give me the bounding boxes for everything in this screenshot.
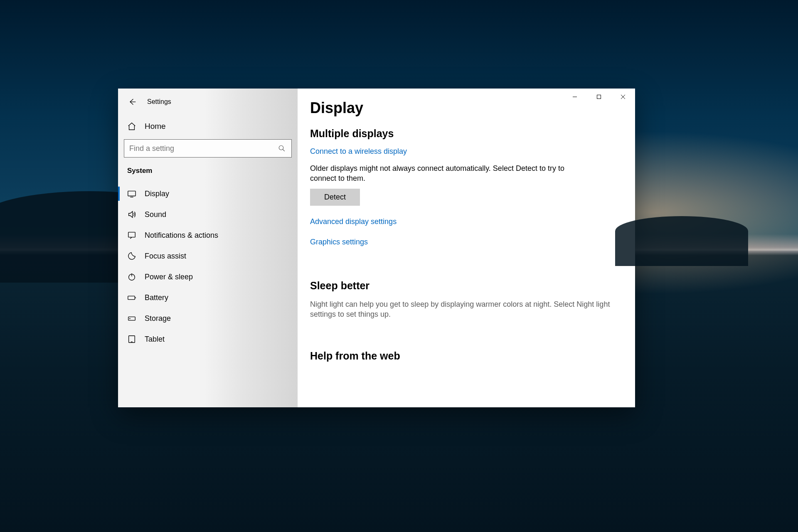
link-graphics-settings[interactable]: Graphics settings: [310, 238, 368, 246]
sidebar-nav: Display Sound Notifications & actions: [118, 183, 298, 350]
search-input[interactable]: [129, 144, 277, 153]
sidebar: Settings Home: [118, 89, 298, 407]
maximize-icon: [596, 94, 601, 99]
app-title: Settings: [147, 98, 171, 106]
sidebar-item-label: Storage: [145, 314, 171, 323]
svg-rect-4: [128, 296, 135, 299]
svg-rect-2: [128, 232, 135, 237]
display-icon: [127, 189, 136, 198]
sidebar-item-focus-assist[interactable]: Focus assist: [118, 246, 298, 266]
sidebar-item-label: Notifications & actions: [145, 231, 218, 240]
svg-point-6: [130, 318, 130, 319]
sidebar-item-storage[interactable]: Storage: [118, 308, 298, 329]
sidebar-item-sound[interactable]: Sound: [118, 204, 298, 225]
focus-assist-icon: [127, 251, 136, 261]
titlebar: Settings: [118, 94, 298, 110]
battery-icon: [127, 293, 136, 302]
content-pane: Display Multiple displays Connect to a w…: [298, 89, 635, 407]
tablet-icon: [127, 335, 136, 344]
sidebar-item-label: Sound: [145, 210, 166, 219]
search-box[interactable]: [124, 139, 292, 158]
svg-rect-8: [597, 95, 601, 99]
sidebar-item-label: Display: [145, 190, 169, 198]
search-container: [118, 139, 298, 158]
sidebar-item-label: Power & sleep: [145, 273, 193, 281]
desktop-wallpaper: Settings Home: [0, 0, 798, 532]
detect-button[interactable]: Detect: [310, 189, 360, 206]
sleep-better-description: Night light can help you get to sleep by…: [310, 299, 612, 320]
sidebar-section-label: System: [118, 158, 298, 178]
window-controls: [563, 89, 635, 105]
back-arrow-icon: [128, 98, 136, 106]
search-icon: [277, 144, 286, 153]
settings-window: Settings Home: [118, 89, 635, 407]
sidebar-home[interactable]: Home: [118, 117, 298, 136]
home-label: Home: [145, 122, 166, 131]
notifications-icon: [127, 231, 136, 240]
section-multiple-displays: Multiple displays: [310, 128, 612, 140]
sidebar-item-label: Battery: [145, 293, 168, 302]
sound-icon: [127, 210, 136, 219]
sidebar-item-label: Tablet: [145, 335, 165, 344]
link-advanced-display-settings[interactable]: Advanced display settings: [310, 217, 397, 226]
sidebar-item-label: Focus assist: [145, 252, 186, 261]
storage-icon: [127, 314, 136, 323]
link-connect-wireless-display[interactable]: Connect to a wireless display: [310, 147, 407, 156]
minimize-icon: [572, 94, 577, 99]
sidebar-item-tablet[interactable]: Tablet: [118, 329, 298, 350]
home-icon: [127, 122, 136, 131]
back-button[interactable]: [127, 97, 137, 107]
detect-description: Older displays might not always connect …: [310, 163, 568, 184]
sidebar-item-display[interactable]: Display: [118, 183, 298, 204]
sidebar-item-notifications[interactable]: Notifications & actions: [118, 225, 298, 246]
svg-point-0: [279, 145, 283, 150]
svg-rect-1: [128, 191, 135, 196]
maximize-button[interactable]: [587, 89, 611, 105]
close-icon: [621, 94, 626, 99]
minimize-button[interactable]: [563, 89, 587, 105]
close-button[interactable]: [611, 89, 635, 105]
section-sleep-better: Sleep better: [310, 280, 612, 292]
section-help-from-web: Help from the web: [310, 350, 612, 362]
sidebar-item-power-sleep[interactable]: Power & sleep: [118, 266, 298, 287]
power-icon: [127, 272, 136, 281]
sidebar-item-battery[interactable]: Battery: [118, 287, 298, 308]
